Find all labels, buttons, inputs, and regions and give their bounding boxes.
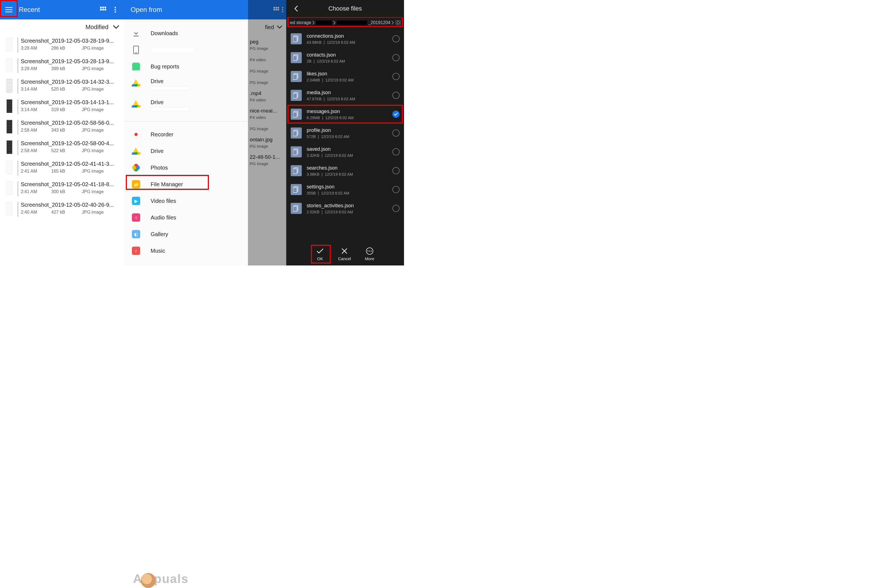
- svg-rect-0: [100, 7, 102, 8]
- file-row[interactable]: Screenshot_2019-12-05-03-28-13-9... 3:28…: [0, 55, 124, 76]
- gallery-icon: ◐: [131, 229, 141, 239]
- file-row[interactable]: Screenshot_2019-12-05-02-40-26-9... 2:40…: [0, 199, 124, 220]
- view-grid-button[interactable]: [97, 4, 109, 16]
- svg-rect-20: [396, 23, 397, 25]
- drawer-item-gdrive[interactable]: Drive: [124, 143, 248, 159]
- file-row[interactable]: Screenshot_2019-12-05-03-14-32-3... 3:14…: [0, 76, 124, 96]
- file-row[interactable]: Screenshot_2019-12-05-03-14-13-1... 3:14…: [0, 96, 124, 117]
- choose-file-row[interactable]: stories_activities.json 2.52KB | 12/2/19…: [286, 199, 404, 218]
- breadcrumb-redacted-1: [316, 21, 332, 25]
- drawer-item-gdrive[interactable]: Drive: [124, 75, 248, 96]
- choose-file-meta: 2B | 12/2/19 6:02 AM: [307, 59, 392, 64]
- bg-file-row: PG image: [248, 65, 286, 76]
- choose-files-header: Choose files: [286, 0, 404, 17]
- drawer-item-subtitle-redacted: [151, 86, 190, 90]
- drawer-item-video[interactable]: ▶ Video files: [124, 192, 248, 209]
- svg-rect-11: [278, 7, 279, 8]
- bg-sort-tail: fied: [265, 24, 274, 30]
- choose-file-row[interactable]: messages.json 6.29MB | 12/2/19 6:02 AM: [286, 105, 404, 124]
- check-icon: [316, 248, 324, 254]
- download-icon: [131, 29, 141, 38]
- selection-radio[interactable]: [392, 35, 400, 42]
- document-icon: [291, 52, 302, 63]
- drawer-item-label: Audio files: [151, 214, 176, 221]
- svg-point-15: [282, 7, 284, 8]
- choose-file-meta: 47.97KB | 12/2/19 6:02 AM: [307, 97, 392, 101]
- bg-file-row: ontain.jpgPG image: [248, 134, 286, 151]
- svg-point-8: [114, 11, 116, 13]
- selection-radio[interactable]: [392, 54, 400, 61]
- selection-radio[interactable]: [392, 186, 400, 193]
- drawer-item-download[interactable]: Downloads: [124, 25, 248, 42]
- selection-radio[interactable]: [392, 129, 400, 136]
- choose-file-row[interactable]: contacts.json 2B | 12/2/19 6:02 AM: [286, 48, 404, 67]
- drawer-item-gallery[interactable]: ◐ Gallery: [124, 226, 248, 242]
- choose-file-name: settings.json: [307, 184, 392, 190]
- breadcrumb-grid-toggle[interactable]: [395, 20, 401, 26]
- chevron-right-icon: [312, 21, 315, 25]
- file-thumbnail: [2, 79, 17, 92]
- selection-radio[interactable]: [392, 205, 400, 212]
- selection-radio[interactable]: [392, 148, 400, 155]
- recorder-icon: [131, 130, 141, 139]
- sort-bar[interactable]: Modified: [0, 20, 124, 35]
- choose-file-row[interactable]: searches.json 3.98KB | 12/2/19 6:02 AM: [286, 161, 404, 180]
- drawer-item-audio[interactable]: ♫ Audio files: [124, 209, 248, 226]
- breadcrumb-seg-tail[interactable]: _20191204: [368, 20, 390, 25]
- chevron-right-icon: [391, 21, 394, 25]
- choose-file-row[interactable]: profile.json 572B | 12/2/19 6:02 AM: [286, 124, 404, 142]
- drawer-item-filemanager[interactable]: 📁 File Manager: [124, 176, 248, 192]
- file-thumbnail: [2, 58, 17, 72]
- svg-point-17: [282, 11, 284, 12]
- svg-rect-3: [100, 9, 102, 11]
- recent-file-list[interactable]: Screenshot_2019-12-05-03-28-19-9... 3:28…: [0, 35, 124, 265]
- svg-rect-18: [396, 20, 397, 22]
- open-from-title: Open from: [131, 6, 162, 14]
- file-row[interactable]: Screenshot_2019-12-05-02-58-00-4... 2:58…: [0, 138, 124, 158]
- gdrive-icon: [131, 78, 141, 88]
- file-thumbnail: [2, 38, 17, 52]
- choose-file-row[interactable]: media.json 47.97KB | 12/2/19 6:02 AM: [286, 86, 404, 105]
- file-thumbnail: [2, 202, 17, 215]
- svg-point-45: [371, 250, 372, 252]
- selection-radio[interactable]: [392, 111, 400, 118]
- document-icon: [291, 203, 302, 214]
- drawer-item-phone[interactable]: [124, 42, 248, 58]
- phone-icon: [131, 45, 141, 55]
- choose-file-row[interactable]: settings.json 355B | 12/2/19 6:02 AM: [286, 180, 404, 199]
- drawer-item-android[interactable]: Bug reports: [124, 58, 248, 75]
- choose-file-row[interactable]: connections.json 43.98KB | 12/2/19 6:02 …: [286, 29, 404, 48]
- bg-file-row: 22-48-50-1...PG image: [248, 151, 286, 169]
- selection-radio[interactable]: [392, 73, 400, 80]
- breadcrumb-seg-storage[interactable]: ·ed storage: [289, 20, 311, 25]
- svg-rect-29: [293, 93, 297, 99]
- choose-files-list[interactable]: connections.json 43.98KB | 12/2/19 6:02 …: [286, 28, 404, 242]
- file-name: Screenshot_2019-12-05-02-40-26-9...: [21, 202, 123, 208]
- choose-file-name: saved.json: [307, 146, 392, 152]
- choose-file-row[interactable]: saved.json 3.32KB | 12/2/19 6:02 AM: [286, 142, 404, 161]
- ok-button[interactable]: OK: [316, 247, 324, 261]
- drawer-item-recorder[interactable]: Recorder: [124, 126, 248, 143]
- drawer-item-music[interactable]: ♪ Music: [124, 242, 248, 259]
- file-meta: 2:41 AM165 kBJPG image: [21, 169, 123, 174]
- file-row[interactable]: Screenshot_2019-12-05-02-41-18-8... 2:41…: [0, 179, 124, 199]
- selection-radio[interactable]: [392, 167, 400, 174]
- drawer-item-gdrive[interactable]: Drive: [124, 96, 248, 117]
- selection-radio[interactable]: [392, 92, 400, 99]
- choose-file-row[interactable]: likes.json 2.04MB | 12/2/19 6:02 AM: [286, 67, 404, 86]
- file-row[interactable]: Screenshot_2019-12-05-03-28-19-9... 3:28…: [0, 35, 124, 55]
- cancel-button[interactable]: Cancel: [338, 247, 351, 261]
- svg-rect-21: [399, 23, 400, 25]
- drawer-item-label: Photos: [151, 165, 168, 171]
- more-button[interactable]: More: [365, 247, 374, 261]
- bg-file-row: PG image: [248, 123, 286, 134]
- hamburger-menu-button[interactable]: [3, 4, 15, 16]
- drawer-item-label: Gallery: [151, 231, 168, 238]
- breadcrumb[interactable]: ·ed storage _20191204: [286, 17, 404, 28]
- file-row[interactable]: Screenshot_2019-12-05-02-58-56-0... 2:58…: [0, 117, 124, 138]
- more-options-button[interactable]: [109, 4, 121, 16]
- file-meta: 3:28 AM399 kBJPG image: [21, 66, 123, 71]
- svg-rect-1: [102, 7, 104, 8]
- file-row[interactable]: Screenshot_2019-12-05-02-41-41-3... 2:41…: [0, 158, 124, 179]
- drawer-item-photos[interactable]: Photos: [124, 159, 248, 176]
